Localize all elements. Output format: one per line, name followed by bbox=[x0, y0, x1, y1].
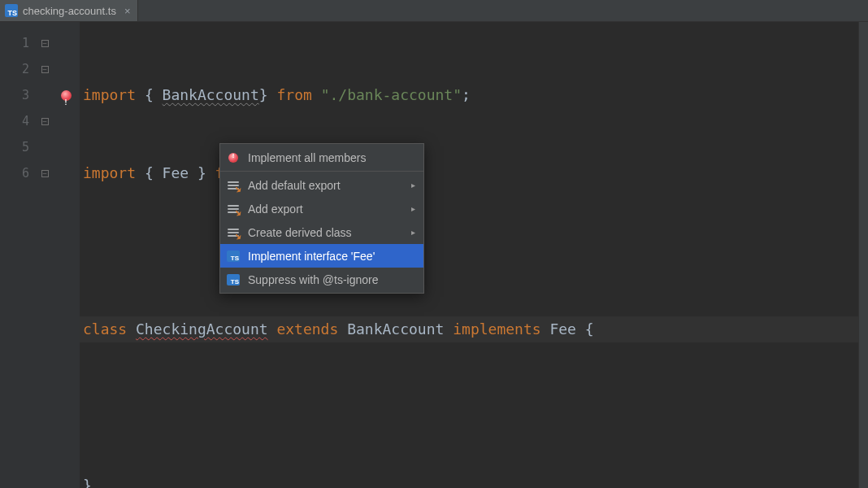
code-line bbox=[80, 238, 868, 264]
submenu-arrow-icon: ▸ bbox=[411, 181, 415, 190]
menu-item-label: Suppress with @ts-ignore bbox=[248, 273, 415, 286]
code-line: import { Fee } from "./fee"; bbox=[80, 160, 868, 186]
file-tab[interactable]: TS checking-account.ts × bbox=[0, 0, 138, 21]
line-number-gutter: 1 2 3 4 5 6 bbox=[0, 22, 37, 488]
menu-item-label: Implement interface 'Fee' bbox=[248, 250, 415, 263]
menu-item-implement-all[interactable]: Implement all members bbox=[220, 146, 423, 169]
menu-item-label: Add export bbox=[248, 203, 403, 216]
code-line: import { BankAccount} from "./bank-accou… bbox=[80, 82, 868, 108]
refactor-icon bbox=[227, 203, 240, 216]
menu-item-implement-fee[interactable]: TS Implement interface 'Fee' bbox=[220, 244, 423, 268]
intention-actions-menu: Implement all members Add default export… bbox=[219, 143, 424, 294]
code-line: } bbox=[80, 473, 868, 488]
menu-item-suppress-ts-ignore[interactable]: TS Suppress with @ts-ignore bbox=[220, 268, 423, 291]
refactor-icon bbox=[227, 226, 240, 239]
submenu-arrow-icon: ▸ bbox=[411, 228, 415, 237]
code-area[interactable]: import { BankAccount} from "./bank-accou… bbox=[80, 22, 868, 488]
fold-toggle-icon[interactable]: − bbox=[41, 118, 49, 125]
fold-toggle-icon[interactable]: − bbox=[41, 40, 49, 47]
annotation-gutter bbox=[52, 22, 80, 488]
file-tab-label: checking-account.ts bbox=[23, 5, 116, 17]
tab-bar: TS checking-account.ts × bbox=[0, 0, 868, 22]
menu-item-create-derived[interactable]: Create derived class ▸ bbox=[220, 220, 423, 244]
close-icon[interactable]: × bbox=[124, 5, 131, 17]
line-number: 6 bbox=[0, 160, 29, 186]
refactor-icon bbox=[227, 179, 240, 192]
ts-icon: TS bbox=[227, 250, 240, 263]
scrollbar[interactable] bbox=[858, 22, 868, 488]
menu-item-add-export[interactable]: Add export ▸ bbox=[220, 197, 423, 220]
fold-toggle-icon[interactable]: − bbox=[41, 170, 49, 177]
code-line bbox=[80, 394, 868, 420]
code-editor[interactable]: 1 2 3 4 5 6 − − − − import { BankAccount… bbox=[0, 22, 868, 488]
ts-file-icon: TS bbox=[5, 4, 18, 17]
submenu-arrow-icon: ▸ bbox=[411, 204, 415, 213]
line-number: 4 bbox=[0, 108, 29, 134]
menu-item-add-default-export[interactable]: Add default export ▸ bbox=[220, 173, 423, 197]
fold-gutter: − − − − bbox=[37, 22, 52, 488]
line-number: 5 bbox=[0, 134, 29, 160]
error-bulb-icon[interactable] bbox=[61, 90, 72, 101]
ts-icon: TS bbox=[227, 273, 240, 286]
error-bulb-icon bbox=[227, 151, 240, 164]
fold-toggle-icon[interactable]: − bbox=[41, 66, 49, 73]
line-number: 1 bbox=[0, 30, 29, 56]
menu-separator bbox=[220, 171, 423, 172]
code-line-current: class CheckingAccount extends BankAccoun… bbox=[80, 316, 868, 342]
menu-item-label: Add default export bbox=[248, 179, 403, 192]
menu-item-label: Create derived class bbox=[248, 226, 403, 239]
line-number: 2 bbox=[0, 56, 29, 82]
menu-item-label: Implement all members bbox=[248, 151, 415, 164]
line-number: 3 bbox=[0, 82, 29, 108]
